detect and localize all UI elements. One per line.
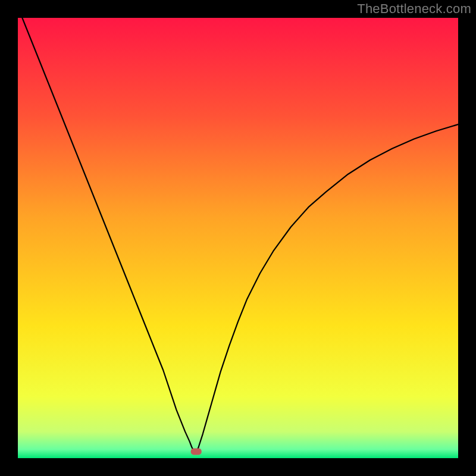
gradient-background (18, 18, 458, 458)
chart-svg (18, 18, 458, 458)
plot-area (18, 18, 458, 458)
watermark-text: TheBottleneck.com (357, 1, 471, 17)
result-marker (191, 448, 202, 455)
chart-frame: TheBottleneck.com (0, 0, 476, 476)
